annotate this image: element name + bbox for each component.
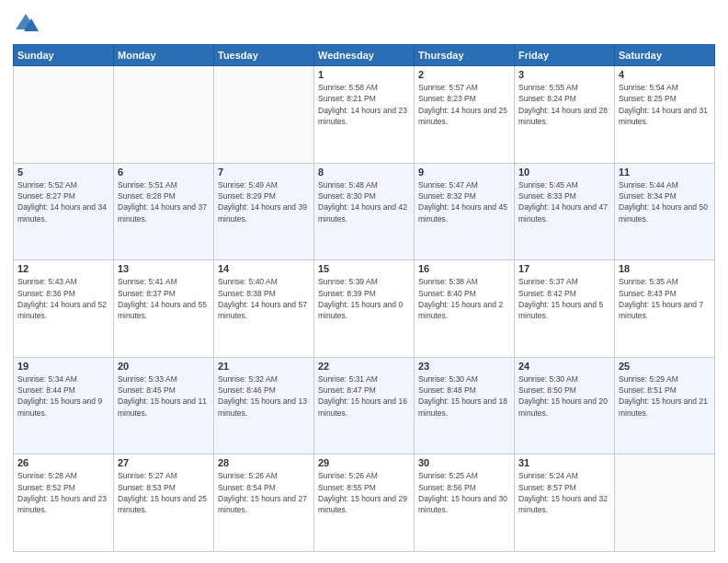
day-info: Sunrise: 5:40 AM Sunset: 8:38 PM Dayligh… xyxy=(218,276,310,321)
day-number: 1 xyxy=(318,69,410,80)
col-header-wednesday: Wednesday xyxy=(314,45,415,66)
calendar-cell: 10Sunrise: 5:45 AM Sunset: 8:33 PM Dayli… xyxy=(515,163,615,260)
calendar-cell: 5Sunrise: 5:52 AM Sunset: 8:27 PM Daylig… xyxy=(14,163,114,260)
calendar-week-row: 19Sunrise: 5:34 AM Sunset: 8:44 PM Dayli… xyxy=(14,357,715,454)
day-info: Sunrise: 5:54 AM Sunset: 8:25 PM Dayligh… xyxy=(619,82,711,127)
calendar-cell: 8Sunrise: 5:48 AM Sunset: 8:30 PM Daylig… xyxy=(314,163,415,260)
calendar-cell: 1Sunrise: 5:58 AM Sunset: 8:21 PM Daylig… xyxy=(314,66,415,164)
day-info: Sunrise: 5:29 AM Sunset: 8:51 PM Dayligh… xyxy=(619,373,711,419)
day-number: 25 xyxy=(619,361,711,372)
header xyxy=(13,11,715,37)
col-header-thursday: Thursday xyxy=(415,45,515,66)
calendar-cell: 16Sunrise: 5:38 AM Sunset: 8:40 PM Dayli… xyxy=(415,260,515,358)
col-header-saturday: Saturday xyxy=(615,45,715,66)
day-info: Sunrise: 5:52 AM Sunset: 8:27 PM Dayligh… xyxy=(17,179,109,224)
page: SundayMondayTuesdayWednesdayThursdayFrid… xyxy=(0,0,728,563)
calendar-cell: 23Sunrise: 5:30 AM Sunset: 8:48 PM Dayli… xyxy=(415,357,515,454)
day-number: 23 xyxy=(418,361,510,372)
day-info: Sunrise: 5:58 AM Sunset: 8:21 PM Dayligh… xyxy=(318,82,410,127)
day-info: Sunrise: 5:37 AM Sunset: 8:42 PM Dayligh… xyxy=(518,276,610,321)
day-info: Sunrise: 5:33 AM Sunset: 8:45 PM Dayligh… xyxy=(118,373,210,419)
calendar-cell xyxy=(214,66,314,164)
calendar-cell: 3Sunrise: 5:55 AM Sunset: 8:24 PM Daylig… xyxy=(515,66,615,164)
day-info: Sunrise: 5:48 AM Sunset: 8:30 PM Dayligh… xyxy=(318,179,410,224)
calendar-table: SundayMondayTuesdayWednesdayThursdayFrid… xyxy=(13,44,715,552)
calendar-cell: 4Sunrise: 5:54 AM Sunset: 8:25 PM Daylig… xyxy=(615,66,715,164)
calendar-cell: 2Sunrise: 5:57 AM Sunset: 8:23 PM Daylig… xyxy=(415,66,515,164)
day-info: Sunrise: 5:31 AM Sunset: 8:47 PM Dayligh… xyxy=(318,373,410,419)
day-info: Sunrise: 5:45 AM Sunset: 8:33 PM Dayligh… xyxy=(518,179,610,224)
calendar-cell: 28Sunrise: 5:26 AM Sunset: 8:54 PM Dayli… xyxy=(214,454,314,552)
day-number: 16 xyxy=(418,263,510,274)
day-number: 2 xyxy=(418,69,510,80)
day-number: 14 xyxy=(218,263,310,274)
day-info: Sunrise: 5:30 AM Sunset: 8:48 PM Dayligh… xyxy=(418,373,510,419)
calendar-cell: 15Sunrise: 5:39 AM Sunset: 8:39 PM Dayli… xyxy=(314,260,415,358)
day-info: Sunrise: 5:38 AM Sunset: 8:40 PM Dayligh… xyxy=(418,276,510,321)
col-header-tuesday: Tuesday xyxy=(214,45,314,66)
calendar-cell: 11Sunrise: 5:44 AM Sunset: 8:34 PM Dayli… xyxy=(615,163,715,260)
day-number: 11 xyxy=(619,167,711,178)
calendar-cell: 9Sunrise: 5:47 AM Sunset: 8:32 PM Daylig… xyxy=(415,163,515,260)
col-header-sunday: Sunday xyxy=(14,45,114,66)
calendar-cell: 14Sunrise: 5:40 AM Sunset: 8:38 PM Dayli… xyxy=(214,260,314,358)
day-number: 29 xyxy=(318,457,410,468)
calendar-cell: 24Sunrise: 5:30 AM Sunset: 8:50 PM Dayli… xyxy=(515,357,615,454)
day-info: Sunrise: 5:44 AM Sunset: 8:34 PM Dayligh… xyxy=(619,179,711,224)
calendar-cell: 30Sunrise: 5:25 AM Sunset: 8:56 PM Dayli… xyxy=(415,454,515,552)
day-number: 24 xyxy=(518,361,610,372)
day-number: 7 xyxy=(218,167,310,178)
day-info: Sunrise: 5:55 AM Sunset: 8:24 PM Dayligh… xyxy=(518,82,610,127)
day-info: Sunrise: 5:43 AM Sunset: 8:36 PM Dayligh… xyxy=(17,276,109,321)
calendar-cell: 20Sunrise: 5:33 AM Sunset: 8:45 PM Dayli… xyxy=(114,357,214,454)
day-number: 19 xyxy=(17,361,109,372)
day-info: Sunrise: 5:30 AM Sunset: 8:50 PM Dayligh… xyxy=(518,373,610,419)
calendar-cell: 6Sunrise: 5:51 AM Sunset: 8:28 PM Daylig… xyxy=(114,163,214,260)
calendar-cell: 29Sunrise: 5:26 AM Sunset: 8:55 PM Dayli… xyxy=(314,454,415,552)
day-number: 17 xyxy=(518,263,610,274)
logo xyxy=(13,11,42,37)
day-number: 6 xyxy=(118,167,210,178)
day-info: Sunrise: 5:35 AM Sunset: 8:43 PM Dayligh… xyxy=(619,276,711,321)
day-number: 9 xyxy=(418,167,510,178)
calendar-cell: 25Sunrise: 5:29 AM Sunset: 8:51 PM Dayli… xyxy=(615,357,715,454)
calendar-cell: 17Sunrise: 5:37 AM Sunset: 8:42 PM Dayli… xyxy=(515,260,615,358)
calendar-cell xyxy=(615,454,715,552)
day-info: Sunrise: 5:24 AM Sunset: 8:57 PM Dayligh… xyxy=(518,470,610,515)
calendar-cell: 13Sunrise: 5:41 AM Sunset: 8:37 PM Dayli… xyxy=(114,260,214,358)
calendar-cell: 18Sunrise: 5:35 AM Sunset: 8:43 PM Dayli… xyxy=(615,260,715,358)
calendar-cell xyxy=(14,66,114,164)
calendar-week-row: 12Sunrise: 5:43 AM Sunset: 8:36 PM Dayli… xyxy=(14,260,715,358)
day-info: Sunrise: 5:32 AM Sunset: 8:46 PM Dayligh… xyxy=(218,373,310,419)
day-number: 10 xyxy=(518,167,610,178)
day-info: Sunrise: 5:26 AM Sunset: 8:55 PM Dayligh… xyxy=(318,470,410,515)
day-info: Sunrise: 5:49 AM Sunset: 8:29 PM Dayligh… xyxy=(218,179,310,224)
calendar-cell xyxy=(114,66,214,164)
day-info: Sunrise: 5:51 AM Sunset: 8:28 PM Dayligh… xyxy=(118,179,210,224)
calendar-cell: 27Sunrise: 5:27 AM Sunset: 8:53 PM Dayli… xyxy=(114,454,214,552)
day-number: 12 xyxy=(17,263,109,274)
calendar-week-row: 26Sunrise: 5:28 AM Sunset: 8:52 PM Dayli… xyxy=(14,454,715,552)
calendar-cell: 19Sunrise: 5:34 AM Sunset: 8:44 PM Dayli… xyxy=(14,357,114,454)
day-number: 30 xyxy=(418,457,510,468)
day-number: 21 xyxy=(218,361,310,372)
day-info: Sunrise: 5:34 AM Sunset: 8:44 PM Dayligh… xyxy=(17,373,109,419)
calendar-cell: 22Sunrise: 5:31 AM Sunset: 8:47 PM Dayli… xyxy=(314,357,415,454)
day-info: Sunrise: 5:39 AM Sunset: 8:39 PM Dayligh… xyxy=(318,276,410,321)
day-number: 13 xyxy=(118,263,210,274)
logo-icon xyxy=(13,11,39,37)
calendar-week-row: 5Sunrise: 5:52 AM Sunset: 8:27 PM Daylig… xyxy=(14,163,715,260)
calendar-header-row: SundayMondayTuesdayWednesdayThursdayFrid… xyxy=(14,45,715,66)
calendar-cell: 26Sunrise: 5:28 AM Sunset: 8:52 PM Dayli… xyxy=(14,454,114,552)
day-number: 27 xyxy=(118,457,210,468)
day-number: 31 xyxy=(518,457,610,468)
calendar-cell: 7Sunrise: 5:49 AM Sunset: 8:29 PM Daylig… xyxy=(214,163,314,260)
calendar-week-row: 1Sunrise: 5:58 AM Sunset: 8:21 PM Daylig… xyxy=(14,66,715,164)
day-number: 28 xyxy=(218,457,310,468)
day-info: Sunrise: 5:57 AM Sunset: 8:23 PM Dayligh… xyxy=(418,82,510,127)
day-info: Sunrise: 5:26 AM Sunset: 8:54 PM Dayligh… xyxy=(218,470,310,515)
day-number: 8 xyxy=(318,167,410,178)
day-number: 18 xyxy=(619,263,711,274)
day-info: Sunrise: 5:28 AM Sunset: 8:52 PM Dayligh… xyxy=(17,470,109,515)
day-number: 22 xyxy=(318,361,410,372)
